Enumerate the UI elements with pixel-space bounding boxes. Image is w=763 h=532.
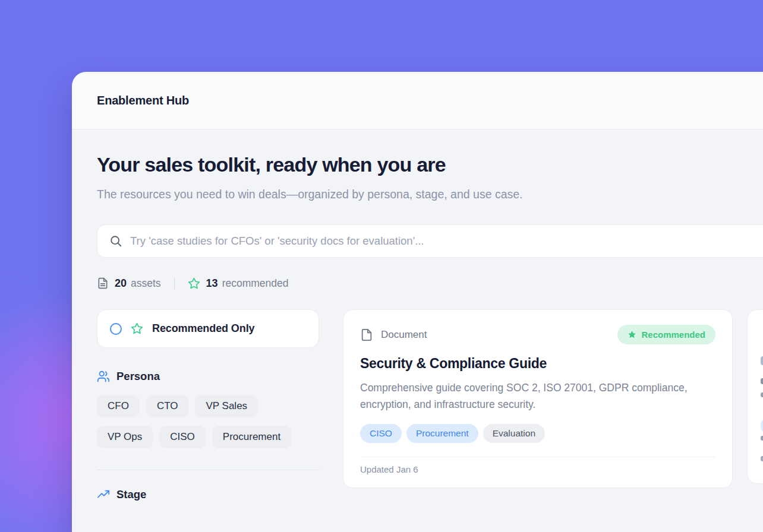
asset-cards-grid: Document Recommended Security & Complian… [343, 309, 763, 501]
asset-card-clipped[interactable] [747, 309, 763, 484]
asset-updated-date: Updated Jan 6 [360, 464, 715, 474]
tag-evaluation: Evaluation [483, 424, 545, 443]
asset-title: Security & Compliance Guide [360, 356, 715, 372]
asset-tags: CISO Procurement Evaluation [360, 424, 715, 443]
document-icon [360, 327, 373, 343]
page-subtitle: The resources you need to win deals—orga… [97, 184, 583, 204]
search-bar[interactable] [97, 224, 763, 258]
recommended-label: recommended [222, 277, 289, 290]
clipped-text-fragment [761, 392, 763, 397]
toggle-radio-circle[interactable] [110, 323, 122, 335]
recommended-only-toggle[interactable]: Recommended Only [97, 309, 319, 348]
asset-description: Comprehensive guide covering SOC 2, ISO … [360, 379, 708, 413]
tag-ciso: CISO [360, 424, 402, 443]
asset-card-security-compliance-guide[interactable]: Document Recommended Security & Complian… [343, 309, 733, 488]
recommended-only-label: Recommended Only [152, 322, 254, 335]
persona-chip-cfo[interactable]: CFO [97, 395, 140, 417]
window-header: Enablement Hub [72, 72, 763, 129]
search-input[interactable] [130, 235, 763, 248]
persona-section-label: Persona [116, 370, 160, 383]
stage-section-label: Stage [116, 488, 146, 501]
page-title: Your sales toolkit, ready when you are [97, 153, 763, 176]
users-icon [97, 370, 110, 383]
results-summary: 20 assets 13 recommended [97, 277, 763, 290]
persona-chip-cto[interactable]: CTO [146, 395, 189, 417]
sidebar-divider [97, 470, 319, 470]
star-filled-icon [628, 330, 636, 339]
persona-filter-section: Persona CFO CTO VP Sales VP Ops CISO Pro… [97, 370, 319, 448]
clipped-text-fragment [761, 436, 763, 441]
filters-sidebar: Recommended Only Persona [97, 309, 319, 501]
persona-chip-vp-sales[interactable]: VP Sales [195, 395, 258, 417]
recommended-badge-label: Recommended [641, 330, 705, 340]
card-footer-divider [360, 457, 715, 457]
enablement-hub-window: Enablement Hub Your sales toolkit, ready… [72, 72, 763, 532]
clipped-type-icon [761, 356, 763, 365]
star-outline-icon [131, 322, 143, 335]
recommended-count: 13 [206, 277, 218, 290]
asset-type-label: Document [381, 329, 427, 341]
persona-chips: CFO CTO VP Sales VP Ops CISO Procurement [97, 395, 319, 448]
main-content: Your sales toolkit, ready when you are T… [72, 129, 763, 532]
trending-up-icon [97, 488, 110, 501]
clipped-text-fragment [761, 378, 763, 384]
clipped-updated-fragment [761, 456, 763, 461]
search-icon [109, 235, 122, 248]
stage-filter-section: Stage [97, 488, 319, 501]
recommended-badge: Recommended [617, 325, 715, 344]
persona-chip-ciso[interactable]: CISO [159, 426, 206, 448]
assets-label: assets [131, 277, 161, 290]
assets-count: 20 [115, 277, 127, 290]
file-text-icon [97, 277, 109, 290]
star-outline-icon [188, 277, 200, 290]
clipped-tag-pill [761, 417, 763, 435]
app-title: Enablement Hub [97, 94, 189, 107]
tag-procurement: Procurement [406, 424, 478, 443]
stats-divider [174, 277, 175, 289]
persona-chip-procurement[interactable]: Procurement [212, 426, 291, 448]
persona-chip-vp-ops[interactable]: VP Ops [97, 426, 153, 448]
